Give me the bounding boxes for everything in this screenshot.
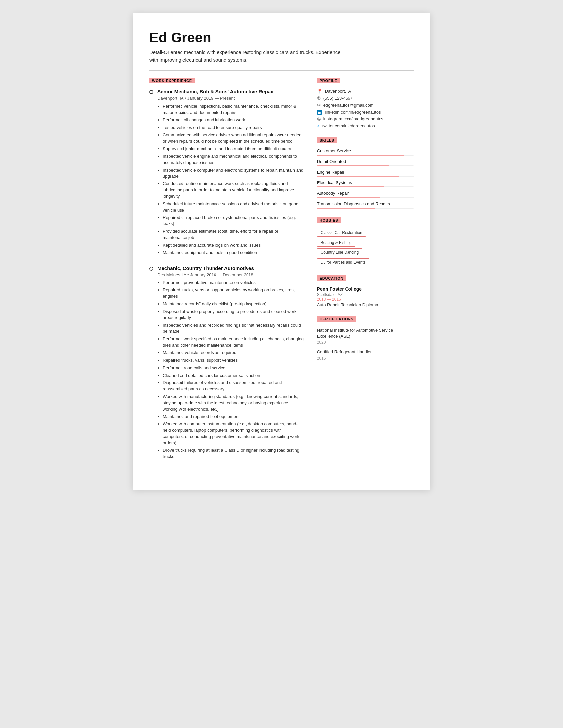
edu-years: 2013 — 2016 (317, 297, 414, 302)
job-bullet: Diagnosed failures of vehicles and disas… (163, 380, 304, 392)
skills-label: SKILLS (317, 137, 337, 143)
skill-bar-bg (317, 186, 414, 187)
skill-item: Transmission Diagnostics and Repairs (317, 201, 414, 209)
skill-item: Detail-Oriented (317, 159, 414, 166)
skill-name: Autobody Repair (317, 191, 414, 196)
skills-section: SKILLS Customer ServiceDetail-OrientedEn… (317, 137, 414, 209)
job-bullet: Kept detailed and accurate logs on work … (163, 242, 304, 248)
hobbies-container: Classic Car RestorationBoating & Fishing… (317, 229, 414, 266)
job-bullets: Performed preventative maintenance on ve… (157, 280, 304, 460)
job-header: Mechanic, Country Thunder Automotives (149, 265, 304, 271)
twitter-icon: 𝕫 (317, 123, 320, 128)
job-bullet: Maintained vehicle records as required (163, 350, 304, 356)
job-meta: Des Moines, IA • January 2016 — December… (157, 272, 304, 277)
job-bullet: Performed oil changes and lubrication wo… (163, 117, 304, 123)
profile-email: ✉ edgreenautos@gmail.com (317, 103, 414, 108)
email-icon: ✉ (317, 103, 321, 108)
cert-item: Certified Refrigerant Handler2015 (317, 349, 414, 360)
skill-bar-bg (317, 155, 414, 156)
profile-location: 📍 Davenport, IA (317, 89, 414, 94)
hobby-tag: Boating & Fishing (317, 239, 355, 247)
skill-bar-fill (317, 186, 385, 187)
skill-bar-fill (317, 208, 375, 209)
job-bullet: Inspected vehicle computer and electroni… (163, 167, 304, 180)
cert-name: Certified Refrigerant Handler (317, 349, 414, 355)
job-bullet: Performed vehicle inspections, basic mai… (163, 103, 304, 116)
job-bullet: Cleaned and detailed cars for customer s… (163, 373, 304, 379)
edu-location: Scottsdale, AZ (317, 292, 414, 297)
profile-list: 📍 Davenport, IA ✆ (555) 123-4567 ✉ edgre… (317, 89, 414, 128)
job-bullet: Conducted routine maintenance work such … (163, 181, 304, 200)
job-bullet: Performed preventative maintenance on ve… (163, 280, 304, 286)
work-experience-label: WORK EXPERIENCE (149, 78, 195, 83)
hobby-tag: Country Line Dancing (317, 248, 362, 256)
job-bullet: Communicated with service adviser when a… (163, 132, 304, 145)
phone-icon: ✆ (317, 96, 321, 101)
job-bullet: Performed work specified on maintenance … (163, 336, 304, 348)
job-bullet: Drove trucks requiring at least a Class … (163, 447, 304, 460)
skill-bar-fill (317, 197, 380, 198)
skill-item: Electrical Systems (317, 180, 414, 187)
edu-school: Penn Foster College (317, 286, 414, 292)
skill-item: Autobody Repair (317, 191, 414, 198)
job-bullet: Inspected vehicles and recorded findings… (163, 322, 304, 335)
skill-bar-fill (317, 176, 399, 177)
instagram-icon: ◎ (317, 116, 321, 121)
hobbies-label: HOBBIES (317, 217, 341, 223)
job-bullet: Supervised junior mechanics and instruct… (163, 146, 304, 152)
job-meta: Davenport, IA • January 2019 — Present (157, 96, 304, 101)
skill-bar-bg (317, 197, 414, 198)
job-dot (149, 90, 153, 94)
resume-header: Ed Green Detail-Oriented mechanic with e… (149, 30, 414, 64)
edu-degree: Auto Repair Technician Diploma (317, 302, 414, 307)
job-bullet: Repaired or replaced broken or dysfuncti… (163, 215, 304, 227)
profile-instagram: ◎ instagram.com/in/edgreenautos (317, 116, 414, 121)
certifications-container: National Institute for Automotive Servic… (317, 327, 414, 361)
profile-label: PROFILE (317, 78, 340, 83)
hobby-tag: DJ for Parties and Events (317, 258, 369, 266)
skill-name: Customer Service (317, 149, 414, 153)
profile-phone: ✆ (555) 123-4567 (317, 96, 414, 101)
job-bullet: Performed road calls and service (163, 365, 304, 371)
job-bullet: Provided accurate estimates (cost, time,… (163, 228, 304, 241)
education-label: EDUCATION (317, 275, 346, 281)
left-column: WORK EXPERIENCE Senior Mechanic, Bob & S… (149, 77, 304, 470)
job-bullet: Tested vehicles on the road to ensure qu… (163, 125, 304, 131)
cert-item: National Institute for Automotive Servic… (317, 327, 414, 345)
skill-name: Transmission Diagnostics and Repairs (317, 201, 414, 206)
right-column: PROFILE 📍 Davenport, IA ✆ (555) 123-4567… (317, 77, 414, 470)
education-section: EDUCATION Penn Foster College Scottsdale… (317, 275, 414, 307)
cert-year: 2020 (317, 340, 414, 345)
skill-bar-bg (317, 165, 414, 166)
skill-bar-bg (317, 208, 414, 209)
skill-bar-bg (317, 176, 414, 177)
job-entry: Mechanic, Country Thunder AutomotivesDes… (149, 265, 304, 460)
candidate-name: Ed Green (149, 30, 414, 46)
candidate-summary: Detail-Oriented mechanic with experience… (149, 49, 341, 64)
job-bullet: Worked with manufacturing standards (e.g… (163, 394, 304, 413)
job-bullet: Repaired trucks, vans, support vehicles (163, 357, 304, 364)
cert-name: National Institute for Automotive Servic… (317, 327, 414, 339)
location-icon: 📍 (317, 89, 322, 94)
job-title: Senior Mechanic, Bob & Sons' Automotive … (157, 89, 274, 94)
skill-name: Detail-Oriented (317, 159, 414, 164)
header-divider (149, 70, 414, 71)
job-bullet: Scheduled future maintenance sessions an… (163, 201, 304, 214)
body-layout: WORK EXPERIENCE Senior Mechanic, Bob & S… (149, 77, 414, 470)
linkedin-icon: in (317, 110, 322, 115)
job-bullet: Maintained records" daily checklist (pre… (163, 301, 304, 307)
job-bullets: Performed vehicle inspections, basic mai… (157, 103, 304, 256)
certifications-section: CERTIFICATIONS National Institute for Au… (317, 316, 414, 361)
skill-name: Electrical Systems (317, 180, 414, 185)
skills-container: Customer ServiceDetail-OrientedEngine Re… (317, 149, 414, 209)
skill-item: Engine Repair (317, 170, 414, 177)
job-bullet: Disposed of waste properly according to … (163, 309, 304, 321)
job-bullet: Worked with computer instrumentation (e.… (163, 421, 304, 446)
job-bullet: Repaired trucks, vans or support vehicle… (163, 287, 304, 300)
job-bullet: Maintained equipment and tools in good c… (163, 250, 304, 256)
job-bullet: Inspected vehicle engine and mechanical … (163, 153, 304, 166)
skill-bar-fill (317, 165, 389, 166)
job-title: Mechanic, Country Thunder Automotives (157, 265, 254, 271)
profile-linkedin: in linkedin.com/in/edgreenautos (317, 110, 414, 115)
job-bullet: Maintained and repaired fleet equipment (163, 414, 304, 420)
